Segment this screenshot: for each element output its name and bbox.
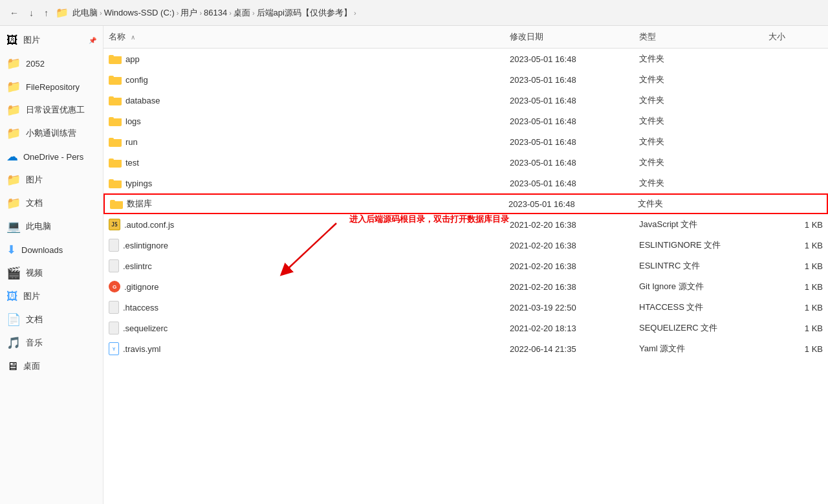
pin-icon: 📌 (89, 37, 96, 44)
file-type-cell: 文件夹 (634, 177, 763, 189)
back-button[interactable]: ← (6, 6, 22, 19)
file-type-cell: 文件夹 (634, 115, 763, 127)
generic-file-icon (109, 239, 119, 252)
sidebar-item-pics2[interactable]: 🖼 图片 (0, 285, 103, 308)
file-date-cell: 2021-02-20 16:38 (505, 261, 634, 271)
col-header-date[interactable]: 修改日期 (505, 28, 634, 45)
svg-rect-23 (109, 160, 122, 167)
table-row[interactable]: JS.autod.conf.js2021-02-20 16:38JavaScri… (104, 214, 828, 235)
file-date-cell: 2023-05-01 16:48 (505, 179, 634, 188)
file-name-cell: test (104, 157, 505, 168)
table-row[interactable]: Y.travis.yml2022-06-14 21:35Yaml 源文件1 KB (104, 338, 828, 359)
sidebar-item-music[interactable]: 🎵 音乐 (0, 331, 103, 355)
file-type-cell: 文件夹 (634, 157, 763, 168)
file-date-cell: 2021-02-20 16:38 (505, 241, 634, 250)
sidebar-item-daily[interactable]: 📁 日常设置优惠工 (0, 98, 103, 122)
file-type-cell: HTACCESS 文件 (634, 301, 763, 313)
folder-icon-pictures: 📁 (6, 173, 21, 187)
file-name-text: .gitignore (124, 282, 158, 292)
table-row[interactable]: database2023-05-01 16:48文件夹 (104, 90, 828, 111)
folder-icon (109, 178, 122, 188)
file-name-text: typings (125, 179, 152, 188)
col-header-name[interactable]: 名称 ∧ (104, 28, 505, 45)
generic-file-icon (109, 301, 119, 314)
table-row[interactable]: .eslintrc2021-02-20 16:38ESLINTRC 文件1 KB (104, 256, 828, 276)
col-header-size[interactable]: 大小 (763, 28, 828, 45)
file-type-cell: 文件夹 (634, 94, 763, 106)
table-row[interactable]: run2023-05-01 16:48文件夹 (104, 131, 828, 152)
folder-icon-docs: 📁 (6, 196, 21, 210)
video-icon: 🎬 (6, 266, 21, 280)
sidebar-item-pictures-pinned[interactable]: 🖼 图片 📌 (0, 28, 103, 52)
sidebar-item-pictures[interactable]: 📁 图片 (0, 168, 103, 192)
file-size-cell: 1 KB (763, 261, 828, 271)
file-date-cell: 2022-06-14 21:35 (505, 344, 634, 354)
folder-icon-2052: 📁 (6, 56, 21, 71)
file-type-cell: Git Ignore 源文件 (634, 281, 763, 292)
sidebar-item-label: 图片 (23, 34, 40, 46)
file-area: 名称 ∧ 修改日期 类型 大小 app2023-05-01 16:48文件夹 (104, 26, 828, 504)
downloads-icon: ⬇ (6, 243, 16, 257)
table-row[interactable]: 数据库2023-05-01 16:48文件夹 (104, 193, 828, 214)
file-name-text: 数据库 (127, 198, 152, 210)
svg-rect-19 (109, 139, 122, 146)
sidebar-item-docs[interactable]: 📁 文档 (0, 192, 103, 215)
sidebar-item-filerepository[interactable]: 📁 FileRepository (0, 75, 103, 98)
sidebar-item-label: 桌面 (23, 360, 40, 372)
down-button[interactable]: ↓ (26, 6, 37, 19)
folder-icon-filerepository: 📁 (6, 80, 21, 94)
folder-img-icon: 🖼 (6, 290, 18, 303)
table-row[interactable]: G.gitignore2021-02-20 16:38Git Ignore 源文… (104, 276, 828, 297)
file-name-text: logs (125, 116, 141, 126)
file-type-cell: JavaScript 文件 (634, 219, 763, 230)
sidebar-item-2052[interactable]: 📁 2052 (0, 52, 103, 75)
file-type-cell: Yaml 源文件 (634, 343, 763, 355)
js-file-icon: JS (109, 219, 120, 230)
table-row[interactable]: logs2023-05-01 16:48文件夹 (104, 111, 828, 131)
sidebar-item-video[interactable]: 🎬 视频 (0, 261, 103, 285)
file-type-cell: 文件夹 (634, 136, 763, 148)
file-type-cell: ESLINTRC 文件 (634, 260, 763, 272)
sidebar-item-desktop[interactable]: 🖥 桌面 (0, 355, 103, 378)
table-row[interactable]: test2023-05-01 16:48文件夹 (104, 152, 828, 173)
table-row[interactable]: .eslintignore2021-02-20 16:38ESLINTIGNOR… (104, 235, 828, 256)
sidebar-item-this-pc[interactable]: 💻 此电脑 (0, 215, 103, 238)
file-date-cell: 2023-05-01 16:48 (505, 158, 634, 168)
table-row[interactable]: typings2023-05-01 16:48文件夹 (104, 173, 828, 193)
table-row[interactable]: .htaccess2021-03-19 22:50HTACCESS 文件1 KB (104, 297, 828, 318)
file-type-cell: SEQUELIZERC 文件 (634, 322, 763, 334)
sort-arrow: ∧ (131, 34, 135, 41)
up-button[interactable]: ↑ (41, 6, 52, 19)
file-name-text: run (125, 137, 138, 147)
sidebar-item-xp[interactable]: 📁 小鹅通训练营 (0, 122, 103, 145)
generic-file-icon (109, 259, 119, 272)
table-row[interactable]: app2023-05-01 16:48文件夹 (104, 49, 828, 69)
sidebar-item-label: 2052 (26, 59, 45, 69)
file-name-cell: .eslintrc (104, 259, 505, 272)
svg-rect-3 (109, 56, 122, 63)
sidebar: 🖼 图片 📌 📁 2052 📁 FileRepository 📁 日常设置优惠工… (0, 26, 104, 504)
sidebar-item-label: 日常设置优惠工 (26, 104, 85, 116)
file-name-cell: .htaccess (104, 301, 505, 314)
file-date-cell: 2021-02-20 16:38 (505, 282, 634, 292)
file-size-cell: 1 KB (763, 220, 828, 230)
generic-file-icon (109, 322, 119, 334)
sidebar-item-label: 图片 (26, 174, 43, 186)
folder-icon (109, 157, 122, 168)
file-date-cell: 2021-02-20 16:38 (505, 220, 634, 230)
col-header-type[interactable]: 类型 (634, 28, 763, 45)
file-name-text: .htaccess (123, 303, 158, 312)
sidebar-item-downloads[interactable]: ⬇ Downloads (0, 238, 103, 261)
file-type-cell: 文件夹 (634, 74, 763, 85)
file-name-cell: config (104, 74, 505, 85)
file-date-cell: 2023-05-01 16:48 (503, 199, 633, 209)
sidebar-item-docs2[interactable]: 📄 文档 (0, 308, 103, 331)
sidebar-item-label: 小鹅通训练营 (26, 127, 76, 139)
music-icon: 🎵 (6, 336, 21, 350)
table-row[interactable]: config2023-05-01 16:48文件夹 (104, 69, 828, 90)
file-name-text: .autod.conf.js (124, 220, 174, 230)
table-row[interactable]: .sequelizerc2021-02-20 18:13SEQUELIZERC … (104, 318, 828, 338)
yaml-file-icon: Y (109, 342, 119, 355)
folder-icon (109, 116, 122, 126)
sidebar-item-onedrive[interactable]: ☁ OneDrive - Pers (0, 145, 103, 168)
